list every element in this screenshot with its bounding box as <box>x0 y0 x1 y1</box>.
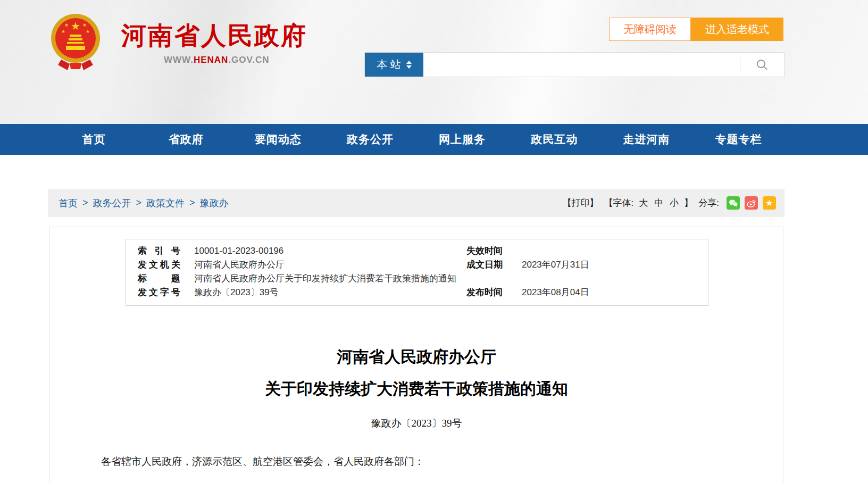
print-button[interactable]: 【打印】 <box>563 197 599 209</box>
meta-value-written-date: 2023年07月31日 <box>522 258 708 272</box>
search-scope-label: 本 站 <box>377 57 401 72</box>
site-url-domain: HENAN <box>194 55 228 65</box>
breadcrumb-yuzhengban[interactable]: 豫政办 <box>200 197 229 210</box>
search-scope-select[interactable]: 本 站 <box>365 53 423 77</box>
meta-value-index-no: 10001-01-2023-00196 <box>194 244 466 258</box>
search-bar: 本 站 <box>364 52 784 77</box>
meta-value-title: 河南省人民政府办公厅关于印发持续扩大消费若干政策措施的通知 <box>194 272 466 286</box>
document-meta-table: 索引号 10001-01-2023-00196 失效时间 发文机关 河南省人民政… <box>126 239 708 306</box>
nav-item-news[interactable]: 要闻动态 <box>232 124 324 155</box>
breadcrumb-gov-affairs[interactable]: 政务公开 <box>93 197 131 210</box>
meta-label-doc-number: 发文字号 <box>138 286 180 299</box>
meta-row-issuer: 发文机关 河南省人民政府办公厅 成文日期 2023年07月31日 <box>126 258 708 272</box>
nav-item-home[interactable]: 首页 <box>48 124 140 155</box>
meta-value-publish-date: 2023年08月04日 <box>522 286 708 299</box>
breadcrumb-policy-docs[interactable]: 政策文件 <box>146 197 185 210</box>
svg-text:★: ★ <box>82 22 87 28</box>
site-header: ★ ★ ★ ★ ★ 河南省人民政府 WWW.HENAN.GOV.CN 无障碍阅读… <box>0 0 868 124</box>
svg-text:★: ★ <box>61 29 65 34</box>
meta-label-title: 标题 <box>138 272 180 286</box>
share-label: 分享: <box>698 197 719 209</box>
nav-item-provincial-gov[interactable]: 省政府 <box>140 124 232 155</box>
document-title: 河南省人民政府办公厅 关于印发持续扩大消费若干政策措施的通知 <box>50 341 783 405</box>
national-emblem-icon: ★ ★ ★ ★ ★ <box>51 9 101 71</box>
share-wechat-button[interactable] <box>727 196 740 210</box>
nav-item-about-henan[interactable]: 走进河南 <box>600 124 692 155</box>
svg-text:★: ★ <box>64 22 69 28</box>
search-button[interactable] <box>740 53 784 77</box>
meta-value-doc-number: 豫政办〔2023〕39号 <box>194 286 466 299</box>
access-buttons: 无障碍阅读 进入适老模式 <box>609 18 783 41</box>
font-size-small[interactable]: 小 <box>670 197 679 209</box>
accessibility-button[interactable]: 无障碍阅读 <box>609 18 691 41</box>
site-url: WWW.HENAN.GOV.CN <box>164 55 270 65</box>
site-logo[interactable]: ★ ★ ★ ★ ★ <box>51 9 101 71</box>
share-weibo-button[interactable] <box>745 196 758 210</box>
document-salutation-paragraph: 各省辖市人民政府，济源示范区、航空港区管委会，省人民政府各部门： <box>81 453 752 471</box>
meta-label-index-no: 索引号 <box>138 244 180 258</box>
svg-text:★: ★ <box>86 29 90 34</box>
nav-item-gov-affairs[interactable]: 政务公开 <box>324 124 416 155</box>
breadcrumb-home[interactable]: 首页 <box>59 197 78 210</box>
meta-row-title: 标题 河南省人民政府办公厅关于印发持续扩大消费若干政策措施的通知 <box>126 272 708 286</box>
font-size-label-suffix: 】 <box>684 197 693 209</box>
article-card: 索引号 10001-01-2023-00196 失效时间 发文机关 河南省人民政… <box>49 227 783 483</box>
document-number: 豫政办〔2023〕39号 <box>50 417 783 430</box>
search-input[interactable] <box>423 53 740 77</box>
breadcrumb-separator: > <box>82 197 88 209</box>
meta-row-index: 索引号 10001-01-2023-00196 失效时间 <box>126 244 708 258</box>
breadcrumb-toolbar-row: 首页 > 政务公开 > 政策文件 > 豫政办 【打印】 【字体: 大 中 小 】… <box>48 189 784 217</box>
site-title: 河南省人民政府 <box>121 19 307 53</box>
document-title-line2: 关于印发持续扩大消费若干政策措施的通知 <box>50 373 783 405</box>
document-title-line1: 河南省人民政府办公厅 <box>50 341 783 373</box>
star-icon: ★ <box>765 199 773 207</box>
weibo-icon <box>747 199 756 207</box>
svg-text:★: ★ <box>71 20 80 32</box>
up-down-arrows-icon <box>406 61 412 69</box>
font-size-large[interactable]: 大 <box>639 197 648 209</box>
breadcrumb: 首页 > 政务公开 > 政策文件 > 豫政办 <box>59 197 229 210</box>
share-icons: ★ <box>727 196 776 210</box>
nav-item-online-services[interactable]: 网上服务 <box>416 124 508 155</box>
nav-item-special-topics[interactable]: 专题专栏 <box>692 124 784 155</box>
breadcrumb-separator: > <box>189 197 195 209</box>
font-size-controls: 大 中 小 <box>639 197 679 209</box>
wechat-icon <box>729 199 738 207</box>
elder-mode-button[interactable]: 进入适老模式 <box>691 18 783 41</box>
meta-label-issuing-org: 发文机关 <box>138 258 180 272</box>
page-toolbar: 【打印】 【字体: 大 中 小 】 分享: <box>563 196 776 210</box>
share-favorite-button[interactable]: ★ <box>763 196 776 210</box>
site-url-suffix: .GOV.CN <box>228 55 269 65</box>
nav-item-interaction[interactable]: 政民互动 <box>508 124 600 155</box>
meta-value-issuing-org: 河南省人民政府办公厅 <box>194 258 466 272</box>
meta-label-invalid-date: 失效时间 <box>466 244 509 258</box>
site-url-www: WWW. <box>164 55 194 65</box>
font-size-label-prefix: 【字体: <box>604 197 634 209</box>
font-size-medium[interactable]: 中 <box>654 197 663 209</box>
main-nav: 首页 省政府 要闻动态 政务公开 网上服务 政民互动 走进河南 专题专栏 <box>0 124 868 155</box>
search-icon <box>756 59 769 71</box>
meta-row-doc-number: 发文字号 豫政办〔2023〕39号 发布时间 2023年08月04日 <box>126 286 708 299</box>
meta-label-publish-date: 发布时间 <box>466 286 509 299</box>
breadcrumb-separator: > <box>136 197 142 209</box>
meta-label-written-date: 成文日期 <box>466 258 509 272</box>
